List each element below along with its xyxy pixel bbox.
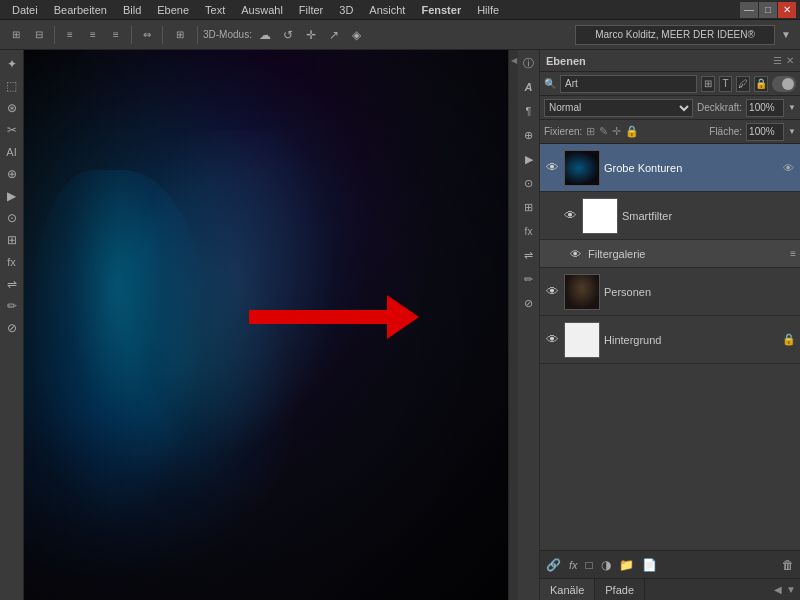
fixieren-label: Fixieren: xyxy=(544,126,582,137)
search-filter-icon-1[interactable]: ⊞ xyxy=(701,76,715,92)
side-icon-stack[interactable]: ⊘ xyxy=(520,294,538,312)
fill-input[interactable] xyxy=(746,123,784,141)
footer-adjustment-icon[interactable]: ◑ xyxy=(601,558,611,572)
tool-heal[interactable]: ⊕ xyxy=(2,164,22,184)
tab-kanale[interactable]: Kanäle xyxy=(540,579,595,601)
tool-dodge[interactable]: ✏ xyxy=(2,296,22,316)
menu-auswahl[interactable]: Auswahl xyxy=(233,4,291,16)
tool-select[interactable]: ⬚ xyxy=(2,76,22,96)
window-minimize-button[interactable]: — xyxy=(740,2,758,18)
lock-all-icon[interactable]: 🔒 xyxy=(625,125,639,138)
bottom-panel-opt-1[interactable]: ◀ xyxy=(774,584,782,595)
side-icon-brush[interactable]: ✏ xyxy=(520,270,538,288)
menu-fenster[interactable]: Fenster xyxy=(413,4,469,16)
side-icon-4[interactable]: ⊕ xyxy=(520,126,538,144)
layer-item-smartfilter[interactable]: 👁 Smartfilter xyxy=(540,192,800,240)
menu-3d[interactable]: 3D xyxy=(331,4,361,16)
lock-position-icon[interactable]: ✎ xyxy=(599,125,608,138)
side-icon-6[interactable]: ⊙ xyxy=(520,174,538,192)
fill-lock-row: Fixieren: ⊞ ✎ ✛ 🔒 Fläche: ▼ xyxy=(540,120,800,144)
collapse-icon[interactable]: ◀ xyxy=(511,56,517,65)
blend-mode-select[interactable]: Normal xyxy=(544,99,693,117)
footer-delete-icon[interactable]: 🗑 xyxy=(782,558,794,572)
bottom-panel-opt-2[interactable]: ▼ xyxy=(786,584,796,595)
align-icon-3[interactable]: ≡ xyxy=(106,25,126,45)
side-icon-arrow[interactable]: ⇌ xyxy=(520,246,538,264)
side-icon-grid[interactable]: ⊞ xyxy=(520,198,538,216)
3d-icon-4[interactable]: ↗ xyxy=(324,25,344,45)
tool-move[interactable]: ✦ xyxy=(2,54,22,74)
search-filter-icon-2[interactable]: T xyxy=(719,76,733,92)
window-maximize-button[interactable]: □ xyxy=(759,2,777,18)
align-icon-1[interactable]: ≡ xyxy=(60,25,80,45)
layer-visibility-filter[interactable]: 👁 xyxy=(568,247,582,261)
side-icon-text[interactable]: A xyxy=(520,78,538,96)
layer-visibility-personen[interactable]: 👁 xyxy=(544,284,560,300)
footer-new-layer-icon[interactable]: 📄 xyxy=(642,558,657,572)
menu-ansicht[interactable]: Ansicht xyxy=(361,4,413,16)
footer-fx-icon[interactable]: fx xyxy=(569,559,578,571)
tool-icon-2[interactable]: ⊟ xyxy=(29,25,49,45)
transform-icon[interactable]: ⇔ xyxy=(137,25,157,45)
menu-datei[interactable]: Datei xyxy=(4,4,46,16)
tool-brush[interactable]: ▶ xyxy=(2,186,22,206)
layer-visibility-smart[interactable]: 👁 xyxy=(562,208,578,224)
menu-bild[interactable]: Bild xyxy=(115,4,149,16)
menu-filter[interactable]: Filter xyxy=(291,4,331,16)
tool-lasso[interactable]: ⊛ xyxy=(2,98,22,118)
tool-gradient[interactable]: ⇌ xyxy=(2,274,22,294)
opacity-dropdown-icon[interactable]: ▼ xyxy=(788,103,796,112)
menu-ebene[interactable]: Ebene xyxy=(149,4,197,16)
layer-item-filtergalerie[interactable]: 👁 Filtergalerie ≡ xyxy=(540,240,800,268)
align-icon-2[interactable]: ≡ xyxy=(83,25,103,45)
tool-eraser[interactable]: fx xyxy=(2,252,22,272)
canvas-area xyxy=(24,50,508,600)
tab-pfade[interactable]: Pfade xyxy=(595,579,645,601)
toolbar-separator-3 xyxy=(162,26,163,44)
search-filter-icon-4[interactable]: 🔒 xyxy=(754,76,768,92)
menu-hilfe[interactable]: Hilfe xyxy=(469,4,507,16)
side-icon-panel: ⓘ A ¶ ⊕ ▶ ⊙ ⊞ fx ⇌ ✏ ⊘ xyxy=(518,50,540,600)
side-icon-5[interactable]: ▶ xyxy=(520,150,538,168)
lock-rotation-icon[interactable]: ✛ xyxy=(612,125,621,138)
3d-icon-3[interactable]: ✛ xyxy=(301,25,321,45)
side-icon-fx[interactable]: fx xyxy=(520,222,538,240)
3d-icon-1[interactable]: ☁ xyxy=(255,25,275,45)
layer-badge-grobe[interactable]: 👁 xyxy=(780,160,796,176)
3d-icon-2[interactable]: ↺ xyxy=(278,25,298,45)
fill-dropdown-icon[interactable]: ▼ xyxy=(788,127,796,136)
window-close-button[interactable]: ✕ xyxy=(778,2,796,18)
search-filter-toggle[interactable] xyxy=(772,76,796,92)
tool-clone[interactable]: ⊙ xyxy=(2,208,22,228)
red-arrow xyxy=(249,303,419,331)
layer-visibility-grobe[interactable]: 👁 xyxy=(544,160,560,176)
layer-item-personen[interactable]: 👁 Personen xyxy=(540,268,800,316)
layer-visibility-hintergrund[interactable]: 👁 xyxy=(544,332,560,348)
tool-crop[interactable]: ✂ xyxy=(2,120,22,140)
layer-item-grobe-konturen[interactable]: 👁 Grobe Konturen 👁 xyxy=(540,144,800,192)
layer-search-input[interactable] xyxy=(560,75,697,93)
menu-text[interactable]: Text xyxy=(197,4,233,16)
panel-toggle-icon[interactable]: ▼ xyxy=(778,27,794,43)
panel-collapse-strip[interactable]: ◀ xyxy=(508,50,518,600)
layer-item-hintergrund[interactable]: 👁 Hintergrund 🔒 xyxy=(540,316,800,364)
tool-pen[interactable]: ⊘ xyxy=(2,318,22,338)
side-icon-info[interactable]: ⓘ xyxy=(520,54,538,72)
profile-selector[interactable]: Marco Kolditz, MEER DER IDEEN® xyxy=(575,25,775,45)
opacity-input[interactable] xyxy=(746,99,784,117)
panel-options-icon[interactable]: ☰ xyxy=(773,55,782,66)
3d-icon-5[interactable]: ◈ xyxy=(347,25,367,45)
side-icon-3[interactable]: ¶ xyxy=(520,102,538,120)
filter-options-icon[interactable]: ≡ xyxy=(790,248,796,259)
tool-history[interactable]: ⊞ xyxy=(2,230,22,250)
footer-link-icon[interactable]: 🔗 xyxy=(546,558,561,572)
grid-icon[interactable]: ⊞ xyxy=(168,25,192,45)
lock-pixels-icon[interactable]: ⊞ xyxy=(586,125,595,138)
footer-mask-icon[interactable]: □ xyxy=(586,558,593,572)
panel-close-icon[interactable]: ✕ xyxy=(786,55,794,66)
tool-icon-1[interactable]: ⊞ xyxy=(6,25,26,45)
footer-group-icon[interactable]: 📁 xyxy=(619,558,634,572)
tool-eyedropper[interactable]: AI xyxy=(2,142,22,162)
search-filter-icon-3[interactable]: 🖊 xyxy=(736,76,750,92)
menu-bearbeiten[interactable]: Bearbeiten xyxy=(46,4,115,16)
